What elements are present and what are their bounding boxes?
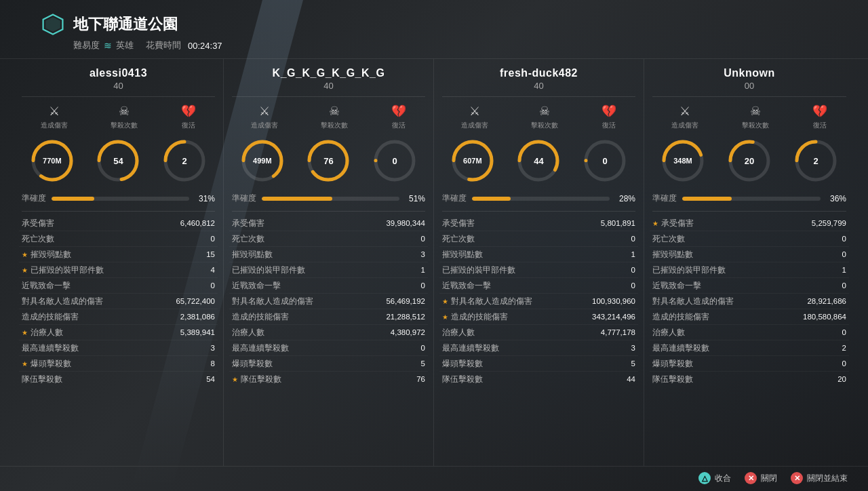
stat-row-3-6: 造成的技能傷害 180,580,864 <box>650 309 849 325</box>
stat-value-0-4: 0 <box>211 281 215 290</box>
stat-name-0-2: ★ 摧毀弱點數 <box>22 250 71 260</box>
stat-icon-symbol-2-0: ⚔ <box>469 104 480 119</box>
stat-icon-item-3-1: ☠ 擊殺次數 <box>742 104 769 130</box>
stat-name-1-3: 已摧毀的裝甲部件數 <box>232 265 305 275</box>
stat-icon-item-2-0: ⚔ 造成傷害 <box>461 104 488 130</box>
stat-row-1-4: 近戰致命一擊 0 <box>229 278 428 294</box>
gauge-text-2-1: 44 <box>534 156 543 166</box>
stat-value-3-10: 20 <box>837 375 846 383</box>
stat-icon-item-1-1: ☠ 擊殺次數 <box>321 104 348 130</box>
map-icon <box>41 12 65 37</box>
stat-icon-symbol-0-1: ☠ <box>119 104 130 119</box>
player-col-2: fresh-duck48240 ⚔ 造成傷害 ☠ 擊殺次數 💔 復活 607M … <box>434 59 644 466</box>
gauge-wrap-2-2: 0 <box>581 137 629 184</box>
stat-value-0-2: 15 <box>206 250 215 258</box>
accuracy-row-2: 準確度 28% <box>439 193 638 204</box>
stat-value-0-6: 2,381,086 <box>180 313 215 321</box>
stat-row-3-8: 最高連續擊殺數 2 <box>650 340 849 356</box>
stat-row-3-2: 摧毀弱點數 0 <box>650 247 849 262</box>
stat-row-2-4: 近戰致命一擊 0 <box>439 278 638 294</box>
stat-value-1-8: 0 <box>421 344 425 352</box>
stat-name-0-0: 承受傷害 <box>22 218 54 229</box>
player-level-2: 40 <box>439 81 638 91</box>
stat-value-2-5: 100,930,960 <box>592 297 635 305</box>
stat-icon-item-2-2: 💔 復活 <box>601 104 616 130</box>
stat-icon-label-1-1: 擊殺次數 <box>321 121 348 130</box>
stat-name-3-8: 最高連續擊殺數 <box>652 343 709 353</box>
stat-name-0-7: ★ 治療人數 <box>22 328 63 338</box>
star-icon: ★ <box>22 251 28 258</box>
stat-icon-symbol-1-0: ⚔ <box>259 104 270 119</box>
stat-icon-item-2-1: ☠ 擊殺次數 <box>531 104 558 130</box>
accuracy-row-1: 準確度 51% <box>229 193 428 204</box>
gauge-text-1-2: 0 <box>393 156 397 166</box>
difficulty-label: 難易度 <box>73 39 100 52</box>
stat-icon-label-3-2: 復活 <box>813 121 827 130</box>
stat-row-1-9: 爆頭擊殺數 5 <box>229 356 428 372</box>
gauge-text-1-0: 499M <box>253 157 272 165</box>
stat-row-2-5: ★ 對具名敵人造成的傷害 100,930,960 <box>439 294 638 309</box>
stat-row-2-0: 承受傷害 5,801,891 <box>439 216 638 231</box>
stat-value-1-2: 3 <box>421 250 425 258</box>
stat-row-3-1: 死亡次數 0 <box>650 231 849 247</box>
stat-value-1-5: 56,469,192 <box>386 297 425 305</box>
gauge-text-1-1: 76 <box>323 156 333 166</box>
stat-icon-label-2-2: 復活 <box>602 121 616 130</box>
stat-value-1-7: 4,380,972 <box>391 328 425 336</box>
stat-value-0-1: 0 <box>211 235 215 243</box>
stat-row-0-4: 近戰致命一擊 0 <box>19 278 218 294</box>
header-subtitle: 難易度 ≋ 英雄 花費時間 00:24:37 <box>41 39 827 52</box>
stat-row-0-3: ★ 已摧毀的裝甲部件數 4 <box>19 262 218 278</box>
stat-name-3-6: 造成的技能傷害 <box>652 312 709 322</box>
difficulty-icon: ≋ <box>104 40 112 51</box>
stat-icon-item-1-0: ⚔ 造成傷害 <box>251 104 278 130</box>
stat-name-2-9: 爆頭擊殺數 <box>442 359 483 369</box>
stat-name-0-5: 對具名敵人造成的傷害 <box>22 296 103 307</box>
stat-row-3-10: 隊伍擊殺數 20 <box>650 372 849 387</box>
stat-row-3-3: 已摧毀的裝甲部件數 1 <box>650 262 849 278</box>
stat-row-0-10: 隊伍擊殺數 54 <box>19 372 218 387</box>
gauge-wrap-0-1: 54 <box>94 137 142 184</box>
stat-value-0-9: 8 <box>211 359 215 368</box>
stat-value-1-3: 1 <box>421 266 425 274</box>
close-end-button[interactable]: ✕ 關閉並結束 <box>791 472 848 484</box>
stat-icon-symbol-1-2: 💔 <box>391 104 406 119</box>
stat-value-2-4: 0 <box>631 281 635 290</box>
stat-name-1-10: ★ 隊伍擊殺數 <box>232 374 281 385</box>
stat-icon-symbol-2-1: ☠ <box>539 104 550 119</box>
stat-icon-label-1-0: 造成傷害 <box>251 121 278 130</box>
stat-value-0-10: 54 <box>206 375 215 383</box>
difficulty-value: 英雄 <box>116 39 134 52</box>
gauge-text-2-2: 0 <box>603 156 608 166</box>
star-icon: ★ <box>22 267 28 274</box>
stat-row-1-8: 最高連續擊殺數 0 <box>229 340 428 356</box>
stat-value-2-7: 4,777,178 <box>601 328 635 336</box>
stat-value-2-10: 44 <box>627 375 635 383</box>
stat-name-1-9: 爆頭擊殺數 <box>232 359 273 369</box>
stat-value-0-7: 5,389,941 <box>180 328 215 336</box>
accuracy-label-0: 準確度 <box>22 193 46 204</box>
stat-row-2-1: 死亡次數 0 <box>439 231 638 247</box>
stat-row-2-3: 已摧毀的裝甲部件數 0 <box>439 262 638 278</box>
gauge-text-0-2: 2 <box>182 156 187 166</box>
stat-value-3-3: 1 <box>842 266 846 274</box>
stat-icon-item-1-2: 💔 復活 <box>391 104 406 130</box>
stat-icons-row-1: ⚔ 造成傷害 ☠ 擊殺次數 💔 復活 <box>229 101 428 133</box>
close-button[interactable]: ✕ 關閉 <box>745 472 777 484</box>
collapse-button[interactable]: △ 收合 <box>698 472 731 484</box>
map-title: 地下聯通道公園 <box>73 14 178 35</box>
stat-name-2-3: 已摧毀的裝甲部件數 <box>442 265 515 275</box>
stat-icon-item-0-0: ⚔ 造成傷害 <box>41 104 68 130</box>
stat-name-1-8: 最高連續擊殺數 <box>232 343 289 353</box>
stat-icon-label-1-2: 復活 <box>392 121 406 130</box>
stat-icon-label-2-1: 擊殺次數 <box>531 121 558 130</box>
stat-icon-symbol-3-1: ☠ <box>750 104 761 119</box>
stat-row-1-0: 承受傷害 39,980,344 <box>229 216 428 231</box>
stat-row-2-8: 最高連續擊殺數 3 <box>439 340 638 356</box>
player-name-2: fresh-duck482 <box>439 59 638 81</box>
stat-row-1-5: 對具名敵人造成的傷害 56,469,192 <box>229 294 428 309</box>
stat-icons-row-2: ⚔ 造成傷害 ☠ 擊殺次數 💔 復活 <box>439 101 638 133</box>
gauges-row-1: 499M 76 0 <box>229 137 428 184</box>
gauge-wrap-1-2: 0 <box>371 137 418 184</box>
stats-list-2: 承受傷害 5,801,891 死亡次數 0 摧毀弱點數 1 已摧毀的裝甲部件數 … <box>439 216 638 466</box>
